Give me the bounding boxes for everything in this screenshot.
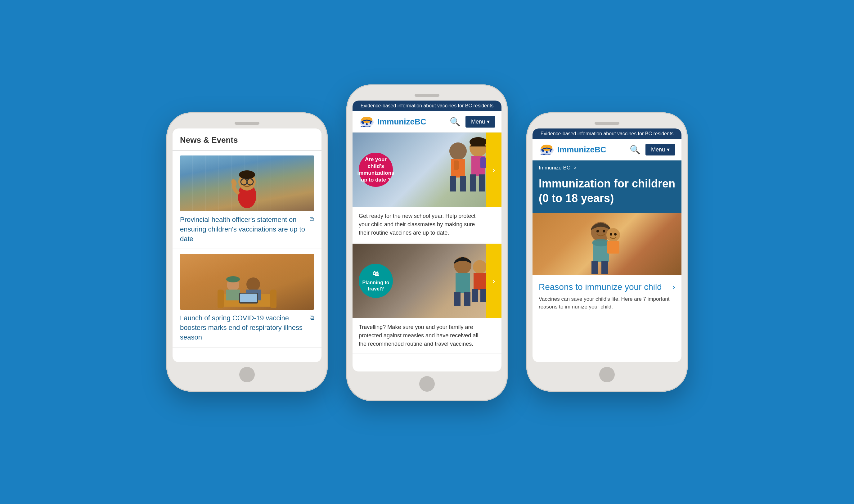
p3-site-name: ImmunizeBC	[557, 145, 606, 155]
p2-search-button[interactable]: 🔍	[450, 117, 460, 127]
svg-point-6	[230, 178, 237, 187]
phone-1-screen: News & Events	[172, 128, 322, 362]
news-item-2-image	[180, 254, 314, 310]
p3-page-title-area: Immunization for children (0 to 18 years…	[532, 174, 682, 213]
svg-rect-42	[480, 289, 486, 302]
svg-point-55	[606, 228, 620, 242]
p3-menu-button[interactable]: Menu ▾	[646, 144, 675, 156]
p3-reasons-link[interactable]: Reasons to immunize your child ›	[539, 282, 675, 293]
svg-rect-32	[479, 175, 485, 192]
p2-card-1-image: Are your child's immunizations up to dat…	[352, 132, 502, 207]
news-item-2-title: Launch of spring COVID-19 vaccine booste…	[180, 313, 307, 342]
p3-banner-text: Evidence-based information about vaccine…	[541, 131, 674, 136]
p2-banner-text: Evidence-based information about vaccine…	[361, 103, 494, 108]
svg-point-21	[369, 122, 371, 124]
phone-3-speaker	[595, 122, 619, 125]
news-item-1-external-icon: ⧉	[310, 216, 314, 223]
p3-menu-chevron: ▾	[667, 146, 670, 153]
p3-header-actions: 🔍 Menu ▾	[630, 144, 675, 156]
phone-2-screen: Evidence-based information about vaccine…	[352, 101, 502, 372]
svg-rect-37	[454, 292, 460, 306]
p2-card-1-description: Get ready for the new school year. Help …	[359, 212, 495, 237]
svg-text:BRITISH: BRITISH	[361, 125, 370, 128]
p2-card-1-badge: Are your child's immunizations up to dat…	[359, 153, 393, 187]
p2-card-1[interactable]: Are your child's immunizations up to dat…	[352, 132, 502, 242]
p2-card-2-description: Travelling? Make sure you and your famil…	[359, 323, 495, 348]
p3-breadcrumb-bar: Immunize BC >	[532, 160, 682, 174]
p2-card-2-text: Travelling? Make sure you and your famil…	[352, 318, 502, 354]
svg-rect-16	[240, 293, 257, 302]
p2-header-actions: 🔍 Menu ▾	[450, 116, 495, 128]
news-item-1-link[interactable]: Provincial health officer's statement on…	[180, 215, 314, 244]
news-section-title: News & Events	[172, 128, 322, 150]
svg-rect-33	[454, 160, 459, 170]
p3-content-image	[532, 213, 682, 275]
news-item-1-image	[180, 156, 314, 211]
p2-banner: Evidence-based information about vaccine…	[352, 101, 502, 111]
svg-point-19	[362, 122, 364, 124]
svg-point-24	[449, 142, 467, 160]
svg-rect-53	[601, 261, 608, 274]
p3-banner: Evidence-based information about vaccine…	[532, 128, 682, 139]
news-item-2-external-icon: ⧉	[310, 314, 314, 321]
news-item-1-title: Provincial health officer's statement on…	[180, 215, 307, 244]
p3-breadcrumb-sep: >	[574, 165, 576, 170]
p2-card-1-arrow[interactable]: ›	[486, 132, 502, 207]
p2-card-2-badge: 🛍 Planning to travel?	[359, 264, 393, 298]
svg-rect-27	[460, 176, 466, 192]
p2-card-2-image: 🛍 Planning to travel? ›	[352, 244, 502, 318]
p2-header: BRITISH COLUMBIA ImmunizeBC 🔍 Menu ▾	[352, 111, 502, 132]
svg-rect-41	[472, 289, 478, 302]
svg-point-45	[542, 150, 544, 152]
p3-reasons-chevron: ›	[672, 282, 675, 292]
phone-3-home[interactable]	[599, 367, 615, 382]
p3-bc-logo-icon: BRITISH COLUMBIA	[539, 143, 555, 156]
svg-rect-56	[607, 241, 619, 254]
svg-point-2	[239, 170, 255, 179]
phone-1-speaker	[235, 122, 259, 125]
p3-reasons-desc: Vaccines can save your child's life. Her…	[539, 295, 675, 311]
phone-2: Evidence-based information about vaccine…	[346, 85, 508, 401]
p3-breadcrumb-link[interactable]: Immunize BC	[539, 165, 570, 171]
svg-point-11	[226, 276, 240, 283]
svg-point-58	[614, 233, 617, 236]
svg-rect-26	[450, 176, 456, 192]
news-item-1[interactable]: Provincial health officer's statement on…	[172, 150, 322, 249]
svg-text:BRITISH: BRITISH	[541, 153, 550, 156]
news-item-2[interactable]: Launch of spring COVID-19 vaccine booste…	[172, 249, 322, 347]
svg-rect-36	[456, 273, 470, 293]
p3-reasons-title: Reasons to immunize your child	[539, 282, 662, 293]
phone-2-speaker	[415, 94, 439, 97]
phone-1-home[interactable]	[239, 367, 255, 382]
p2-logo-area: BRITISH COLUMBIA ImmunizeBC	[359, 115, 426, 128]
bc-logo-icon: BRITISH COLUMBIA	[359, 115, 375, 128]
news-item-2-link[interactable]: Launch of spring COVID-19 vaccine booste…	[180, 313, 314, 342]
svg-point-60	[603, 230, 605, 232]
svg-rect-31	[470, 175, 476, 192]
svg-rect-12	[226, 290, 240, 301]
p2-card-2-arrow[interactable]: ›	[486, 244, 502, 318]
p3-search-button[interactable]: 🔍	[630, 145, 640, 155]
svg-point-29	[470, 137, 487, 146]
p3-logo-area: BRITISH COLUMBIA ImmunizeBC	[539, 143, 606, 156]
svg-rect-34	[480, 157, 486, 168]
svg-point-59	[596, 230, 599, 232]
phone-1: News & Events	[166, 112, 328, 392]
phone-2-home[interactable]	[419, 376, 435, 392]
svg-point-54	[592, 239, 610, 247]
p3-header: BRITISH COLUMBIA ImmunizeBC 🔍 Menu ▾	[532, 139, 682, 160]
svg-point-13	[247, 277, 260, 291]
p2-menu-button[interactable]: Menu ▾	[466, 116, 495, 128]
p3-reasons-section: Reasons to immunize your child › Vaccine…	[532, 275, 682, 316]
svg-point-47	[549, 150, 551, 152]
phone-3: Evidence-based information about vaccine…	[526, 112, 688, 392]
svg-rect-8	[218, 290, 224, 308]
p2-site-name: ImmunizeBC	[377, 117, 426, 127]
svg-rect-52	[592, 261, 598, 274]
svg-rect-40	[474, 273, 486, 290]
p2-menu-chevron: ▾	[487, 118, 490, 125]
svg-rect-9	[270, 290, 276, 308]
svg-point-57	[610, 233, 612, 236]
p2-card-2[interactable]: 🛍 Planning to travel? › Travelling? Make…	[352, 244, 502, 354]
svg-rect-38	[464, 292, 470, 306]
